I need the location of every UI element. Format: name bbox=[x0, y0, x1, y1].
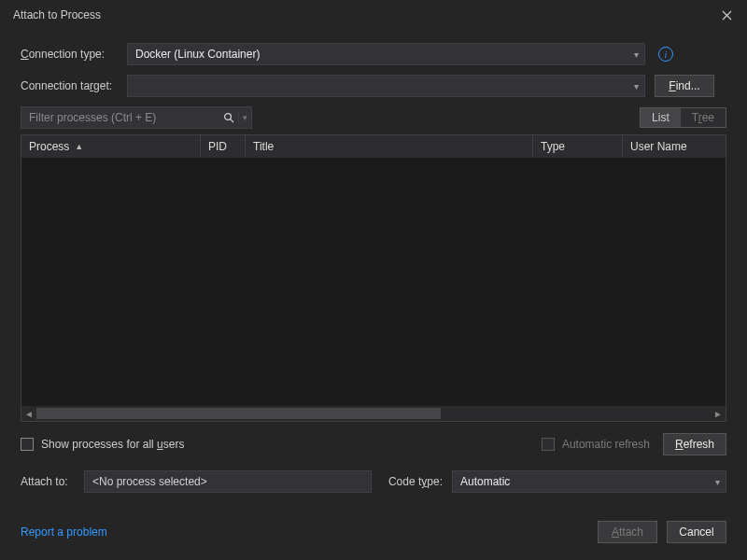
attach-to-label: Attach to: bbox=[21, 475, 75, 488]
connection-target-dropdown[interactable]: ▾ bbox=[127, 75, 645, 97]
auto-refresh-label: Automatic refresh bbox=[562, 438, 650, 451]
table-header: Process ▲ PID Title Type User Name bbox=[21, 135, 726, 158]
close-icon bbox=[722, 10, 732, 21]
col-title[interactable]: Title bbox=[246, 135, 533, 158]
below-table-row: Show processes for all users Automatic r… bbox=[21, 433, 726, 455]
checkbox-box bbox=[21, 438, 34, 451]
footer: Report a problem Attach Cancel bbox=[21, 521, 726, 543]
scrollbar-thumb[interactable] bbox=[36, 408, 441, 419]
svg-point-0 bbox=[225, 114, 232, 120]
search-options-chevron-icon[interactable]: ▾ bbox=[238, 113, 251, 122]
cancel-button[interactable]: Cancel bbox=[667, 521, 726, 543]
code-type-dropdown[interactable]: Automatic ▾ bbox=[452, 470, 726, 493]
chevron-down-icon: ▾ bbox=[634, 81, 639, 91]
col-pid[interactable]: PID bbox=[201, 135, 246, 158]
connection-target-label: Connection target: bbox=[21, 79, 118, 92]
view-toggle: List Tree bbox=[640, 107, 726, 128]
scrollbar-track[interactable] bbox=[36, 406, 711, 421]
view-list-button[interactable]: List bbox=[641, 108, 681, 127]
show-all-users-checkbox[interactable]: Show processes for all users bbox=[21, 438, 184, 451]
connection-type-dropdown[interactable]: Docker (Linux Container) ▾ bbox=[127, 43, 645, 65]
dialog-body: Connection type: Docker (Linux Container… bbox=[0, 30, 747, 560]
chevron-down-icon: ▾ bbox=[634, 49, 639, 60]
connection-type-label: Connection type: bbox=[21, 48, 118, 61]
find-button[interactable]: Find... bbox=[655, 75, 714, 97]
col-type[interactable]: Type bbox=[533, 135, 623, 158]
process-table: Process ▲ PID Title Type User Name ◄ ► bbox=[21, 134, 726, 422]
attach-to-process-dialog: Attach to Process Connection type: Docke… bbox=[0, 0, 747, 560]
filter-input[interactable] bbox=[21, 111, 219, 124]
info-icon[interactable]: i bbox=[658, 47, 673, 62]
auto-refresh-checkbox: Automatic refresh bbox=[542, 438, 650, 451]
horizontal-scrollbar[interactable]: ◄ ► bbox=[21, 406, 726, 421]
refresh-group: Automatic refresh Refresh bbox=[542, 433, 726, 455]
table-body-empty bbox=[21, 158, 726, 406]
attach-button: Attach bbox=[598, 521, 657, 543]
connection-type-value: Docker (Linux Container) bbox=[135, 48, 260, 61]
checkbox-box bbox=[542, 438, 555, 451]
filter-row: ▾ List Tree bbox=[21, 106, 726, 129]
attach-to-value: <No process selected> bbox=[84, 470, 372, 493]
sort-asc-icon: ▲ bbox=[75, 142, 83, 151]
filter-search[interactable]: ▾ bbox=[21, 106, 252, 129]
attach-to-row: Attach to: <No process selected> Code ty… bbox=[21, 470, 726, 493]
report-problem-link[interactable]: Report a problem bbox=[21, 525, 107, 539]
footer-buttons: Attach Cancel bbox=[598, 521, 726, 543]
dialog-title: Attach to Process bbox=[13, 8, 101, 21]
chevron-down-icon: ▾ bbox=[715, 477, 720, 487]
col-user[interactable]: User Name bbox=[623, 135, 726, 158]
titlebar: Attach to Process bbox=[0, 0, 747, 30]
code-type-value: Automatic bbox=[460, 475, 510, 488]
col-process[interactable]: Process ▲ bbox=[21, 135, 201, 158]
search-icon[interactable] bbox=[219, 112, 238, 123]
view-tree-button[interactable]: Tree bbox=[681, 108, 726, 127]
connection-type-row: Connection type: Docker (Linux Container… bbox=[21, 43, 726, 65]
code-type-label: Code type: bbox=[381, 475, 443, 488]
scroll-left-icon[interactable]: ◄ bbox=[21, 406, 36, 421]
connection-target-row: Connection target: ▾ Find... bbox=[21, 75, 726, 97]
refresh-button[interactable]: Refresh bbox=[663, 433, 726, 455]
scroll-right-icon[interactable]: ► bbox=[711, 406, 726, 421]
close-button[interactable] bbox=[706, 0, 747, 30]
show-all-users-label: Show processes for all users bbox=[41, 438, 184, 451]
